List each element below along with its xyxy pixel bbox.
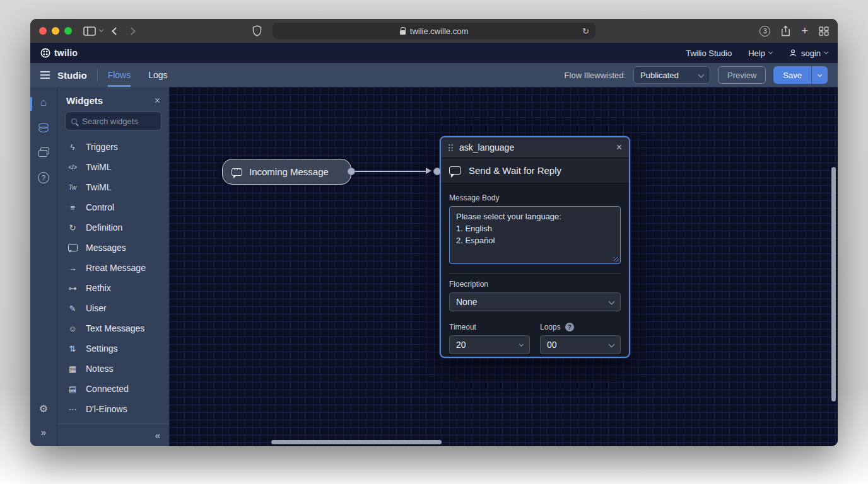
user-menu[interactable]: sogin [789, 49, 828, 58]
widget-item-control[interactable]: ≡ Control [57, 197, 169, 217]
shield-icon[interactable] [252, 25, 262, 37]
timeout-label: Timeout [449, 323, 530, 331]
expand-rail-button[interactable]: » [41, 427, 46, 437]
icon-rail: ⌂ ? ⚙ » [30, 87, 57, 446]
widget-search-input[interactable]: Search widgets [65, 112, 161, 130]
widget-list: ϟ Triggers </> TwiML Tw TwiML ≡ [57, 137, 169, 419]
flows-stack-icon[interactable] [38, 123, 49, 132]
node-label: Incoming Message [249, 166, 329, 177]
widget-item-twiml-code[interactable]: </> TwiML [57, 157, 169, 177]
floecription-select[interactable]: None [449, 292, 621, 311]
divider [449, 273, 621, 274]
search-placeholder: Search widgets [82, 117, 138, 126]
preview-button[interactable]: Preview [718, 66, 766, 84]
reload-button[interactable]: ↻ [582, 26, 589, 36]
save-button[interactable]: Save [773, 66, 811, 84]
divider [97, 69, 98, 81]
new-tab-button[interactable]: + [801, 25, 808, 37]
chevron-down-icon [768, 50, 773, 54]
forward-button[interactable] [127, 27, 136, 35]
status-value: Publicated [640, 71, 679, 80]
gear-icon[interactable]: ⚙ [39, 404, 48, 414]
sidebar-toggle-button[interactable] [83, 26, 103, 36]
help-menu[interactable]: Help [748, 49, 772, 58]
close-window-button[interactable] [39, 27, 47, 35]
chevron-down-icon [519, 342, 524, 346]
sort-arrows-icon: ⇅ [66, 342, 79, 355]
info-icon[interactable]: ? [565, 323, 574, 331]
panel-input-port[interactable] [433, 168, 441, 175]
widgets-title: Widgets [66, 95, 103, 106]
browser-window: twilie.cwille.com ↻ 3 + twilio Twilio St… [30, 19, 838, 446]
home-icon[interactable]: ⌂ [40, 97, 47, 108]
horizontal-scrollbar[interactable] [271, 440, 442, 444]
url-text: twilie.cwille.com [410, 26, 468, 36]
back-button[interactable] [112, 27, 120, 35]
help-circle-icon[interactable]: ? [38, 172, 49, 183]
message-icon [66, 241, 79, 254]
tab-flows[interactable]: Flows [108, 63, 131, 87]
link-icon: ⊶ [66, 282, 79, 294]
widget-item-notess[interactable]: ▦ Notess [57, 359, 169, 379]
chat-bubble-icon [449, 166, 461, 175]
lock-icon [400, 30, 406, 35]
collapse-panel-button[interactable]: « [155, 430, 160, 441]
loops-label: Loops [540, 323, 561, 331]
chevron-down-icon [824, 50, 828, 54]
tab-overview-button[interactable] [819, 26, 829, 36]
widget-type-label: Send & Wait for Reply [469, 165, 561, 176]
lightning-icon: ϟ [66, 141, 79, 153]
save-options-button[interactable] [811, 66, 828, 84]
widget-item-text-messages[interactable]: ☺ Text Messages [57, 318, 169, 338]
panel-title: ask_language [459, 142, 611, 153]
sidebar-icon [83, 26, 96, 36]
message-body-textarea[interactable]: Please select your language: 1. English … [449, 206, 621, 264]
close-icon[interactable]: × [155, 96, 160, 106]
zoom-window-button[interactable] [64, 27, 72, 35]
chevron-down-icon [818, 72, 822, 76]
widget-item-dl-einows[interactable]: ⋯ D'l-Einows [57, 399, 169, 419]
list-icon: ≡ [66, 201, 79, 214]
widget-item-messages[interactable]: Messages [57, 238, 169, 258]
save-button-group: Save [773, 66, 828, 84]
browser-chrome: twilie.cwille.com ↻ 3 + [30, 19, 838, 43]
widget-item-settings[interactable]: ⇅ Settings [57, 338, 169, 359]
address-bar[interactable]: twilie.cwille.com ↻ [273, 23, 595, 39]
vertical-scrollbar[interactable] [831, 167, 836, 401]
widget-item-rreat-message[interactable]: → Rreat Message [57, 258, 169, 278]
status-select[interactable]: Publicated [633, 66, 710, 84]
floecription-value: None [456, 297, 477, 307]
timeout-select[interactable]: 20 [449, 335, 530, 354]
search-icon [71, 118, 77, 124]
drag-handle-icon[interactable] [448, 144, 454, 152]
widget-item-twiml-text[interactable]: Tw TwiML [57, 177, 169, 197]
tab-logs[interactable]: Logs [148, 63, 167, 87]
widget-item-rethix[interactable]: ⊶ Rethix [57, 278, 169, 298]
chat-windows-icon[interactable] [38, 147, 50, 157]
loops-value: 00 [547, 340, 557, 350]
menu-icon[interactable] [40, 74, 50, 76]
window-controls [39, 27, 72, 35]
incoming-message-node[interactable]: Incoming Message [222, 159, 351, 185]
widget-item-uiser[interactable]: ✎ Uiser [57, 298, 169, 318]
chevron-down-icon [609, 341, 615, 347]
ellipsis-icon: ⋯ [66, 403, 79, 415]
widget-item-triggers[interactable]: ϟ Triggers [57, 137, 169, 157]
studio-toolbar: Studio Flows Logs Flow Illewwisted: Publ… [30, 63, 838, 87]
page-badge-icon[interactable]: 3 [760, 26, 770, 37]
share-button[interactable] [781, 25, 790, 37]
product-label[interactable]: Twilio Studio [686, 49, 732, 58]
widget-item-connected[interactable]: ▤ Connected [57, 379, 169, 399]
panel-header[interactable]: ask_language × [441, 137, 629, 158]
timeout-value: 20 [456, 340, 466, 350]
message-body-label: Message Body [449, 193, 621, 202]
minimize-window-button[interactable] [52, 27, 59, 35]
widget-item-definition[interactable]: ↻ Definition [57, 217, 169, 238]
loops-select[interactable]: 00 [540, 335, 621, 354]
close-icon[interactable]: × [616, 142, 622, 153]
flow-canvas[interactable]: Incoming Message ask_language × Send & W… [169, 87, 838, 446]
twilio-logo[interactable]: twilio [40, 48, 78, 58]
connector-line [355, 171, 428, 172]
arrow-icon: → [66, 262, 79, 274]
node-output-port[interactable] [348, 168, 355, 175]
